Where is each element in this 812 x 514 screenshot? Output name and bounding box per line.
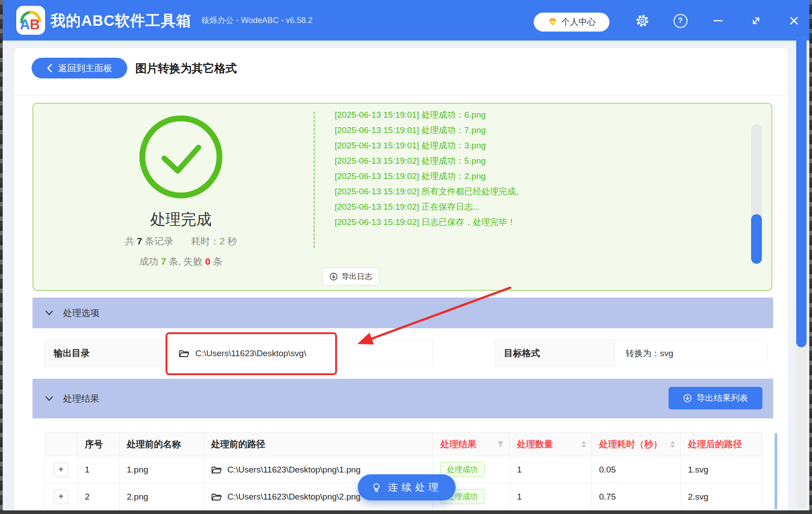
back-to-main-button[interactable]: 返回到主面板 [32,58,127,78]
row-count: 1 [510,483,592,510]
close-icon [789,15,799,26]
divider [14,95,788,96]
log-entry: [2025-06-13 15:19:01] 处理成功：7.png [335,123,486,138]
fail-unit: 条 [213,256,222,266]
svg-text:B: B [30,17,40,32]
user-center-label: 个人中心 [562,16,596,28]
main-scrollbar-thumb[interactable] [796,37,807,347]
total-count: 7 [137,236,143,246]
annotation-highlight-box [166,332,337,375]
log-entry: [2025-06-13 15:19:02] 处理成功：5.png [335,153,486,169]
col-result-label: 处理结果 [440,438,476,450]
table-header-row: 序号 处理前的名称 处理前的路径 处理结果 处理数量 处理耗时（秒） 处理后的路… [44,432,763,456]
chevron-down-icon [45,396,53,401]
row-path-text: C:\Users\11623\Desktop\png\2.png [227,492,360,502]
settings-button[interactable] [633,12,651,30]
row-index: 1 [78,456,120,483]
log-scrollbar-thumb[interactable] [751,214,762,264]
row-path-text: C:\Users\11623\Desktop\png\1.png [227,465,360,475]
continue-processing-button[interactable]: 连续处理 [358,474,456,500]
row-count: 1 [510,456,592,483]
download-icon [683,394,692,403]
output-dir-label: 输出目录 [44,340,169,367]
row-output: 1.svg [681,456,763,483]
col-expand [44,432,78,456]
success-circle-icon [139,115,222,198]
export-results-label: 导出结果列表 [697,392,748,404]
row-output: 2.svg [681,483,763,510]
col-count-label: 处理数量 [517,438,553,450]
target-format-text: 转换为：svg [626,348,674,359]
success-mid: 条, 失败 [169,256,203,266]
row-index: 2 [78,483,120,510]
col-index: 序号 [78,432,120,456]
col-time-label: 处理耗时（秒） [599,438,662,450]
vip-gem-icon [548,18,558,27]
col-result[interactable]: 处理结果 [433,432,510,456]
total-label: 共 [125,236,134,246]
svg-text:A: A [20,17,30,32]
app-subtitle: 核烁办公 - WodeABC - v6.58.2 [201,15,313,26]
page-title: 图片转换为其它格式 [135,58,237,78]
row-time: 0.75 [592,483,681,510]
col-name: 处理前的名称 [120,432,204,456]
expand-row-button[interactable]: + [54,490,68,504]
download-icon [329,272,338,281]
col-output: 处理后的路径 [681,432,763,456]
expand-row-button[interactable]: + [54,463,68,477]
log-entry: [2025-06-13 15:19:02] 处理成功：2.png [335,169,486,184]
filter-icon[interactable] [497,441,504,448]
row-name: 1.png [120,456,204,483]
col-time[interactable]: 处理耗时（秒） [592,432,681,456]
col-path: 处理前的路径 [204,432,433,456]
success-label: 成功 [139,256,158,266]
export-results-button[interactable]: 导出结果列表 [669,387,762,409]
col-count[interactable]: 处理数量 [510,432,592,456]
minimize-icon [713,15,724,26]
folder-icon [211,492,222,501]
rocket-icon [371,482,382,493]
options-header-label: 处理选项 [63,307,99,319]
chevron-left-icon [46,64,53,73]
summary-total-line: 共 7 条记录 耗时：2 秒 [33,235,328,248]
summary-status-title: 处理完成 [33,209,328,230]
dashed-divider [314,112,315,248]
sort-icon[interactable] [581,441,586,448]
log-entry: [2025-06-13 15:19:02] 正在保存日志... [335,199,480,215]
app-logo: A B [16,6,45,35]
results-section-header[interactable]: 处理结果 导出结果列表 [32,379,773,418]
summary-result-line: 成功 7 条, 失败 0 条 [33,255,328,268]
abc-logo-icon: A B [16,6,45,35]
app-title: 我的ABC软件工具箱 [51,11,192,31]
success-count: 7 [161,256,166,266]
help-icon: ? [674,14,687,28]
log-entry: [2025-06-13 15:19:02] 所有文件都已经处理完成。 [335,184,524,199]
fail-count: 0 [205,256,211,266]
back-label: 返回到主面板 [58,62,112,74]
continue-label: 连续处理 [388,481,442,494]
log-entry: [2025-06-13 15:19:01] 处理成功：6.png [335,107,486,123]
row-time: 0.05 [592,456,681,483]
row-name: 2.png [120,483,204,510]
folder-icon [211,465,222,474]
maximize-button[interactable] [747,12,765,30]
help-button[interactable]: ? [671,12,689,30]
log-entry: [2025-06-13 15:19:01] 处理成功：3.png [335,138,486,153]
user-center-button[interactable]: 个人中心 [534,13,609,32]
results-header-label: 处理结果 [63,393,99,405]
minimize-button[interactable] [709,12,727,30]
elapsed-text: 耗时：2 秒 [191,236,237,246]
output-dir-label-text: 输出目录 [54,347,90,359]
maximize-icon [751,15,761,26]
annotation-arrow [338,275,528,356]
table-scrollbar-thumb[interactable] [775,433,777,509]
sort-icon[interactable] [670,441,675,448]
target-format-value[interactable]: 转换为：svg [614,340,768,367]
chevron-down-icon [45,310,53,316]
log-entry: [2025-06-13 15:19:02] 日志已保存，处理完毕！ [335,215,516,230]
gear-icon [636,14,649,28]
close-button[interactable] [785,12,803,30]
summary-panel: 处理完成 共 7 条记录 耗时：2 秒 成功 7 条, 失败 0 条 [2025… [32,103,772,291]
total-unit: 条记录 [145,236,173,246]
